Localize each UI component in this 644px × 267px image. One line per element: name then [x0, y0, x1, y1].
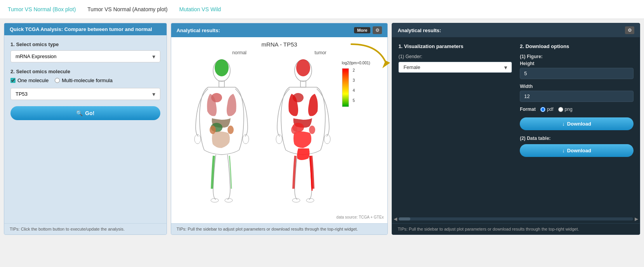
one-molecule-checkbox[interactable] [10, 78, 16, 83]
height-input[interactable] [520, 68, 634, 79]
center-panel-title: Analytical results: [177, 28, 220, 33]
gender-select-wrapper: Female Male Both ▼ [398, 62, 512, 73]
top-nav: Tumor VS Normal (Box plot) Tumor VS Norm… [0, 0, 644, 19]
anatomy-svg-container: mRNA - TP53 normal tumor [175, 41, 384, 219]
download-figure-button[interactable]: ↓ Download [520, 117, 634, 130]
legend-value-2: 2 [353, 68, 355, 72]
scroll-track[interactable] [399, 217, 633, 220]
right-panel-header: Analytical results: ⚙ [392, 23, 640, 37]
viz-params-section: 1. Visualization parameters (1) Gender: … [398, 43, 512, 208]
tab-box-plot[interactable]: Tumor VS Normal (Box plot) [8, 5, 76, 14]
figure-label: (1) Figure: [520, 54, 634, 59]
tumor-label: tumor [314, 50, 326, 55]
right-panel: Analytical results: ⚙ 1. Visualization p… [392, 23, 640, 235]
data-source-text: data source: TCGA + GTEx [175, 213, 384, 219]
molecule-type-group: One molecule Multi-molecule formula [10, 78, 160, 83]
download-section-title: 2. Download options [520, 43, 634, 49]
format-label: Format [520, 107, 536, 112]
download-options-section: 2. Download options (1) Figure: Height W… [520, 43, 634, 208]
download-table-label: Download [567, 148, 591, 153]
omics-type-wrapper: mRNA Expression Protein Expression DNA M… [10, 50, 160, 62]
gender-param-label: (1) Gender: [398, 54, 512, 59]
right-panel-title: Analytical results: [398, 28, 441, 33]
multi-molecule-radio[interactable] [55, 78, 60, 83]
legend-value-3: 3 [353, 78, 355, 83]
left-panel-title: Quick TCGA Analysis: Compare between tum… [10, 26, 152, 32]
go-button[interactable]: 🔍 Go! [10, 106, 160, 120]
data-table-label: (2) Data table: [520, 136, 634, 141]
figure-labels: normal tumor [175, 50, 384, 55]
plot-title: mRNA - TP53 [261, 41, 297, 48]
format-row: Format pdf png [520, 107, 634, 112]
tab-anatomy-plot[interactable]: Tumor VS Normal (Anatomy plot) [87, 5, 167, 14]
legend-title: log2(tpm+0.001) [342, 61, 370, 65]
multi-molecule-label: Multi-molecule formula [62, 78, 113, 83]
center-panel: Analytical results: More ⚙ mRNA - TP53 n… [171, 23, 388, 235]
svg-point-7 [215, 59, 229, 76]
one-molecule-label: One molecule [17, 78, 49, 83]
left-panel-body: 1. Select omics type mRNA Expression Pro… [4, 35, 167, 223]
legend-area: log2(tpm+0.001) 5 4 3 2 [340, 57, 374, 111]
download-figure-label: Download [567, 121, 591, 127]
more-badge: More [354, 27, 370, 33]
height-label: Height [520, 61, 634, 66]
svg-point-21 [291, 126, 297, 134]
molecule-select[interactable]: TP53 [10, 88, 160, 100]
left-panel: Quick TCGA Analysis: Compare between tum… [4, 23, 167, 235]
plot-area: mRNA - TP53 normal tumor [171, 37, 388, 223]
anatomy-figures: log2(tpm+0.001) 5 4 3 2 [185, 57, 374, 213]
section1-label: 1. Select omics type [10, 41, 160, 47]
width-label: Width [520, 84, 634, 89]
svg-point-22 [309, 126, 315, 134]
format-png-label: png [565, 107, 573, 112]
normal-label: normal [232, 50, 246, 55]
width-input[interactable] [520, 91, 634, 102]
right-settings-button[interactable]: ⚙ [625, 26, 634, 34]
svg-rect-13 [300, 81, 306, 87]
normal-figure-svg [185, 57, 259, 204]
tab-mutation[interactable]: Mutation VS Wild [179, 5, 221, 14]
gender-select[interactable]: Female Male Both [398, 62, 512, 73]
download-table-icon: ↓ [562, 148, 565, 153]
legend-gradient [342, 68, 349, 107]
format-pdf-option[interactable]: pdf [540, 107, 554, 112]
download-figure-icon: ↓ [562, 121, 565, 127]
molecule-select-wrapper: TP53 ▼ [10, 88, 160, 100]
viz-section-title: 1. Visualization parameters [398, 43, 512, 49]
go-button-label: Go! [85, 110, 94, 116]
left-panel-tip: TIPs: Click the bottom button to execute… [4, 223, 167, 234]
svg-point-10 [210, 126, 216, 134]
search-icon: 🔍 [76, 110, 83, 116]
scroll-thumb[interactable] [399, 217, 410, 220]
svg-rect-2 [219, 81, 224, 87]
main-area: Quick TCGA Analysis: Compare between tum… [0, 19, 644, 235]
section2-label: 2. Select omics molecule [10, 69, 160, 74]
one-molecule-option[interactable]: One molecule [10, 78, 49, 83]
center-settings-button[interactable]: ⚙ [373, 26, 382, 34]
legend-value-5: 5 [353, 98, 355, 103]
header-controls: More ⚙ [354, 26, 382, 34]
right-panel-tip: TIPs: Pull the sidebar to adjust plot pa… [392, 223, 640, 234]
scroll-left-arrow-icon[interactable]: ◀ [392, 216, 399, 222]
right-panel-body: 1. Visualization parameters (1) Gender: … [392, 37, 640, 215]
multi-molecule-option[interactable]: Multi-molecule formula [55, 78, 113, 83]
svg-point-11 [227, 126, 234, 134]
format-pdf-radio[interactable] [540, 107, 545, 112]
format-pdf-label: pdf [547, 107, 554, 112]
svg-point-17 [306, 198, 314, 202]
right-panel-scrollbar[interactable]: ◀ ▶ [392, 215, 640, 223]
legend-gradient-container: 5 4 3 2 [342, 68, 355, 107]
format-png-option[interactable]: png [558, 107, 573, 112]
legend-labels: 5 4 3 2 [353, 68, 355, 103]
tumor-figure-svg [266, 57, 340, 204]
legend-value-4: 4 [353, 88, 355, 93]
omics-type-select[interactable]: mRNA Expression Protein Expression DNA M… [10, 50, 160, 62]
center-panel-header: Analytical results: More ⚙ [171, 23, 388, 37]
svg-point-5 [211, 198, 219, 202]
download-table-button[interactable]: ↓ Download [520, 144, 634, 157]
svg-point-18 [296, 59, 310, 76]
scroll-right-arrow-icon[interactable]: ▶ [633, 216, 640, 222]
format-png-radio[interactable] [558, 107, 563, 112]
center-panel-tip: TIPs: Pull the sidebar to adjust plot pa… [171, 223, 388, 234]
svg-point-6 [225, 198, 233, 202]
